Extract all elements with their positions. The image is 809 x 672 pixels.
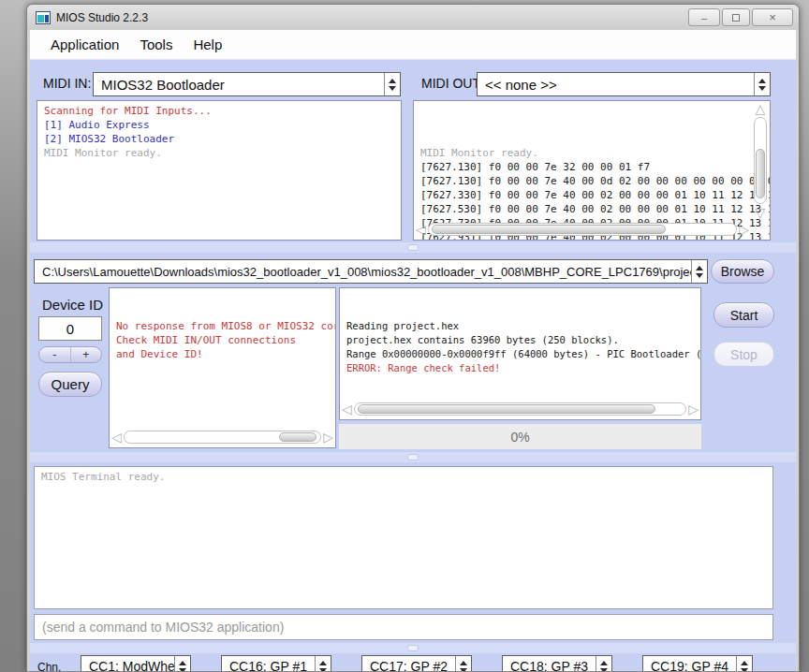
- title-bar[interactable]: MIOS Studio 2.2.3 – ×: [27, 5, 799, 30]
- close-button[interactable]: ×: [752, 8, 793, 26]
- scrollbar-track[interactable]: [428, 223, 737, 236]
- cc-select-4[interactable]: CC18: GP #3: [502, 655, 612, 671]
- start-button[interactable]: Start: [713, 302, 774, 328]
- scroll-right-icon[interactable]: ▷: [688, 402, 699, 416]
- midi-in-select[interactable]: MIOS32 Bootloader: [93, 72, 401, 96]
- spinner-up-icon: [741, 661, 748, 665]
- spinner-up-icon: [389, 79, 396, 83]
- upload-log-line: project.hex contains 63960 bytes (250 bl…: [346, 333, 694, 347]
- spinner-up-icon: [319, 661, 327, 665]
- upload-log-line: Reading project.hex: [346, 319, 694, 333]
- window-controls: – ×: [688, 8, 793, 26]
- device-id-increment-button[interactable]: +: [71, 347, 102, 362]
- connection-status-line: No response from MIOS8 or MIOS32 core!: [116, 319, 329, 333]
- upload-log-scrollbar[interactable]: ◁ ▷: [342, 400, 699, 418]
- midi-out-monitor-line: MIDI Monitor ready.: [420, 146, 747, 160]
- midi-in-monitor: Scanning for MIDI Inputs...[1] Audio Exp…: [37, 100, 402, 241]
- cc-select-1-spinner[interactable]: [174, 656, 190, 671]
- scrollbar-track[interactable]: [754, 117, 767, 204]
- device-id-field[interactable]: 0: [38, 316, 102, 341]
- midi-out-select[interactable]: << none >>: [477, 72, 771, 96]
- close-icon: ×: [769, 10, 776, 24]
- cc-select-2-value: CC16: GP #1: [222, 656, 315, 671]
- window-title: MIOS Studio 2.2.3: [56, 11, 688, 24]
- scroll-up-icon[interactable]: △: [756, 102, 766, 115]
- midi-in-value: MIOS32 Bootloader: [94, 73, 384, 95]
- device-id-stepper: - +: [38, 346, 102, 363]
- midi-out-monitor-line: [7627.130] f0 00 00 7e 40 00 0d 02 00 00…: [420, 174, 747, 188]
- query-button[interactable]: Query: [38, 372, 102, 397]
- midi-out-monitor: △ ▽ MIDI Monitor ready.[7627.130] f0 00 …: [413, 100, 771, 241]
- spinner-down-icon: [460, 668, 467, 672]
- midi-out-spinner[interactable]: [754, 73, 770, 95]
- browse-button[interactable]: Browse: [711, 259, 774, 284]
- cc-select-4-spinner[interactable]: [596, 656, 611, 671]
- stop-button[interactable]: Stop: [713, 342, 774, 367]
- midi-out-horizontal-scrollbar[interactable]: ◁ ▷: [416, 220, 749, 239]
- connection-status-line: and Device ID!: [116, 347, 329, 361]
- midi-out-monitor-line: [7627.130] f0 00 00 7e 32 00 00 01 f7: [420, 160, 747, 174]
- cc-select-5-value: CC19: GP #4: [643, 656, 736, 671]
- scrollbar-thumb[interactable]: [279, 432, 316, 442]
- scrollbar-thumb[interactable]: [358, 404, 655, 414]
- connection-status-scrollbar[interactable]: ◁ ▷: [111, 428, 333, 446]
- scroll-left-icon[interactable]: ◁: [342, 402, 352, 416]
- spinner-up-icon: [179, 661, 186, 665]
- cc-select-2[interactable]: CC16: GP #1: [221, 655, 331, 671]
- cc-select-5[interactable]: CC19: GP #4: [642, 655, 753, 671]
- scroll-right-icon[interactable]: ▷: [739, 223, 749, 236]
- spinner-down-icon: [758, 86, 766, 91]
- midi-in-spinner[interactable]: [384, 73, 400, 95]
- channel-label: Chn.: [37, 661, 61, 671]
- cc-select-3-spinner[interactable]: [455, 656, 471, 671]
- spinner-up-icon: [758, 79, 766, 83]
- scroll-down-icon[interactable]: ▽: [756, 206, 766, 219]
- splitter-midi-upload[interactable]: [30, 242, 796, 253]
- app-window: MIOS Studio 2.2.3 – × Application Tools …: [26, 4, 800, 672]
- spinner-down-icon: [741, 668, 748, 672]
- connection-status-panel: No response from MIOS8 or MIOS32 core!Ch…: [109, 287, 336, 448]
- menu-tools[interactable]: Tools: [129, 33, 183, 56]
- scrollbar-track[interactable]: [354, 402, 686, 416]
- minimize-button[interactable]: –: [688, 8, 720, 26]
- spinner-down-icon: [179, 668, 186, 672]
- terminal-command-input[interactable]: [34, 614, 773, 640]
- midi-in-monitor-line: MIDI Monitor ready.: [44, 146, 394, 160]
- scroll-left-icon[interactable]: ◁: [111, 431, 122, 444]
- midi-out-vertical-scrollbar[interactable]: △ ▽: [752, 102, 769, 219]
- menu-application[interactable]: Application: [40, 33, 129, 56]
- spinner-down-icon: [389, 86, 396, 91]
- device-id-decrement-button[interactable]: -: [39, 347, 71, 362]
- midi-out-label: MIDI OUT:: [421, 76, 482, 91]
- cc-select-1-value: CC1: ModWheel: [81, 656, 174, 671]
- splitter-grip-icon: [407, 645, 419, 651]
- maximize-icon: [732, 14, 740, 22]
- scroll-right-icon[interactable]: ▷: [323, 431, 333, 444]
- terminal-line: MIOS Terminal ready.: [41, 470, 766, 484]
- scrollbar-track[interactable]: [124, 431, 321, 444]
- splitter-terminal-footer[interactable]: [30, 643, 796, 653]
- midi-in-monitor-line: Scanning for MIDI Inputs...: [44, 104, 394, 118]
- cc-select-5-spinner[interactable]: [736, 656, 752, 671]
- spinner-up-icon: [460, 661, 467, 665]
- content: MIDI IN: MIOS32 Bootloader Scanning for …: [30, 60, 796, 671]
- cc-select-1[interactable]: CC1: ModWheel: [81, 655, 191, 671]
- cc-select-4-value: CC18: GP #3: [503, 656, 596, 671]
- scrollbar-thumb[interactable]: [432, 225, 666, 234]
- spinner-up-icon: [600, 661, 608, 665]
- device-id-label: Device ID: [42, 297, 103, 313]
- splitter-grip-icon: [407, 244, 419, 251]
- scrollbar-thumb[interactable]: [756, 149, 765, 198]
- midi-out-value: << none >>: [478, 73, 754, 95]
- scroll-left-icon[interactable]: ◁: [416, 223, 426, 236]
- cc-select-2-spinner[interactable]: [315, 656, 331, 671]
- menu-help[interactable]: Help: [183, 33, 232, 56]
- splitter-grip-icon: [407, 454, 419, 460]
- maximize-button[interactable]: [722, 8, 750, 26]
- splitter-upload-terminal[interactable]: [30, 452, 796, 462]
- hex-file-spinner[interactable]: [691, 260, 707, 283]
- connection-status-line: Check MIDI IN/OUT connections: [116, 333, 329, 347]
- hex-file-select[interactable]: C:\Users\Lamouette\Downloads\mios32_boot…: [34, 259, 708, 284]
- cc-select-3[interactable]: CC17: GP #2: [361, 655, 472, 671]
- spinner-down-icon: [696, 273, 703, 278]
